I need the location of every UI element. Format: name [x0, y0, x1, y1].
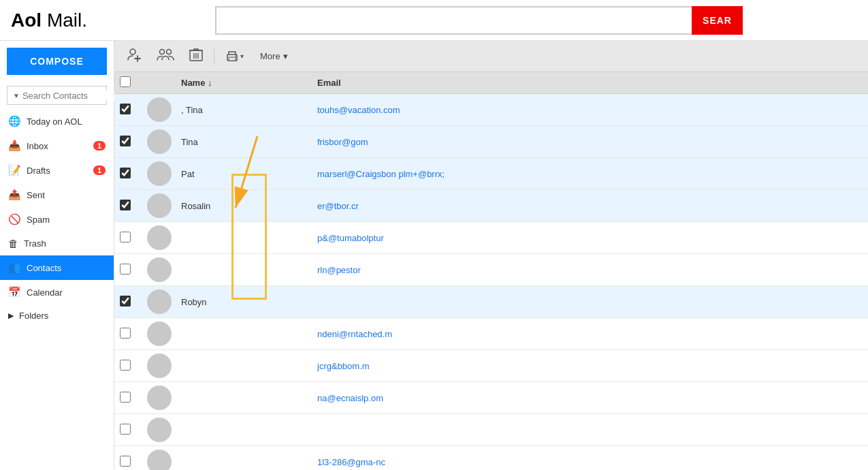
table-row: 1l3-286@gma-nc	[114, 446, 868, 470]
avatar	[147, 418, 172, 442]
row-avatar-cell	[147, 129, 181, 154]
sidebar-item-calendar[interactable]: 📅 Calendar	[0, 280, 114, 304]
row-checkbox[interactable]	[120, 232, 131, 242]
sidebar-item-today[interactable]: 🌐 Today on AOL	[0, 109, 114, 134]
row-check-cell	[120, 232, 147, 245]
row-email[interactable]: na@ecnaislp.om	[317, 393, 863, 403]
row-check-cell	[120, 168, 147, 181]
row-name: Rosalin	[181, 201, 317, 211]
row-name: Robyn	[181, 297, 317, 307]
row-checkbox[interactable]	[120, 456, 131, 467]
sidebar-item-folders[interactable]: ▶ Folders	[0, 304, 114, 327]
trash-icon: 🗑	[8, 238, 18, 249]
row-checkbox[interactable]	[120, 104, 131, 114]
row-avatar-cell	[147, 322, 181, 346]
row-email[interactable]: 1l3-286@gma-nc	[317, 457, 863, 467]
drafts-icon: 📝	[8, 164, 21, 176]
row-email[interactable]: frisbor@gom	[317, 137, 863, 147]
row-avatar-cell	[147, 450, 181, 470]
row-avatar-cell	[147, 225, 181, 250]
more-arrow-icon: ▾	[283, 51, 288, 61]
svg-rect-11	[229, 57, 236, 61]
sidebar-item-contacts[interactable]: 👥 Contacts	[0, 255, 114, 280]
row-check-cell	[120, 328, 147, 341]
add-contact-icon[interactable]	[123, 44, 146, 68]
sidebar-item-sent[interactable]: 📤 Sent	[0, 183, 114, 207]
svg-point-3	[160, 50, 165, 54]
folders-icon: ▶	[8, 311, 14, 320]
header: Aol Mail. SEAR	[0, 0, 868, 41]
global-search-input[interactable]	[215, 6, 692, 35]
row-name: Tina	[181, 137, 317, 147]
row-check-cell	[120, 104, 147, 116]
logo-aol: Aol	[11, 10, 42, 31]
avatar	[147, 386, 172, 410]
sidebar-label-trash: Trash	[24, 238, 46, 249]
sidebar-item-inbox[interactable]: 📥 Inbox 1	[0, 134, 114, 158]
print-icon[interactable]: ▾	[221, 47, 248, 66]
search-contacts-field[interactable]: ▼ 🔍	[7, 86, 107, 105]
avatar	[147, 129, 172, 154]
app-layout: COMPOSE ▼ 🔍 🌐 Today on AOL 📥 Inbox 1 📝 D…	[0, 41, 868, 470]
sidebar: COMPOSE ▼ 🔍 🌐 Today on AOL 📥 Inbox 1 📝 D…	[0, 41, 114, 470]
table-row: , Tinatouhs@vacation.com	[114, 94, 868, 126]
more-button[interactable]: More ▾	[255, 48, 293, 64]
avatar	[147, 97, 172, 122]
row-checkbox[interactable]	[120, 360, 131, 371]
add-group-icon[interactable]	[152, 44, 178, 68]
header-name-col[interactable]: Name ↓	[181, 78, 317, 88]
row-checkbox[interactable]	[120, 296, 131, 307]
sidebar-label-contacts: Contacts	[27, 263, 61, 273]
row-name: , Tina	[181, 105, 317, 115]
sidebar-label-today: Today on AOL	[27, 116, 82, 127]
sidebar-item-trash[interactable]: 🗑 Trash	[0, 232, 114, 255]
row-checkbox[interactable]	[120, 200, 131, 210]
row-checkbox[interactable]	[120, 264, 131, 275]
row-checkbox[interactable]	[120, 328, 131, 339]
main-content: ▾ More ▾ Name ↓ Email , Tinatouhs@vacati…	[114, 41, 868, 470]
table-row: Robyn	[114, 286, 868, 318]
row-email[interactable]: rln@pestor	[317, 265, 863, 275]
delete-icon[interactable]	[185, 44, 207, 68]
table-row: Rosaliner@tbor.cr	[114, 190, 868, 222]
row-avatar-cell	[147, 418, 181, 442]
toolbar: ▾ More ▾	[114, 41, 868, 72]
row-check-cell	[120, 392, 147, 405]
row-email[interactable]: p&@tumabolptur	[317, 233, 863, 243]
row-check-cell	[120, 136, 147, 148]
aol-logo: Aol Mail.	[11, 10, 87, 31]
select-all-checkbox[interactable]	[120, 76, 131, 87]
row-email[interactable]: touhs@vacation.com	[317, 105, 863, 115]
row-check-cell	[120, 360, 147, 373]
sidebar-label-sent: Sent	[27, 190, 45, 200]
name-sort-icon: ↓	[208, 78, 212, 88]
row-checkbox[interactable]	[120, 424, 131, 435]
row-avatar-cell	[147, 193, 181, 218]
row-checkbox[interactable]	[120, 168, 131, 178]
name-col-label: Name	[181, 78, 205, 88]
row-email[interactable]: ndeni@rntached.m	[317, 329, 863, 339]
avatar	[147, 257, 172, 282]
search-bar-container: SEAR	[101, 6, 857, 35]
row-email[interactable]: jcrg&bbom.m	[317, 361, 863, 371]
avatar	[147, 161, 172, 186]
drafts-badge: 1	[93, 166, 106, 175]
row-email[interactable]: er@tbor.cr	[317, 201, 863, 211]
compose-button[interactable]: COMPOSE	[7, 48, 107, 75]
row-check-cell	[120, 264, 147, 277]
row-avatar-cell	[147, 354, 181, 378]
dropdown-icon: ▼	[13, 92, 20, 99]
row-email[interactable]: marserl@Craigsbon plm+@brrx;	[317, 169, 863, 179]
sidebar-item-drafts[interactable]: 📝 Drafts 1	[0, 158, 114, 183]
sent-icon: 📤	[8, 189, 21, 201]
table-row: jcrg&bbom.m	[114, 350, 868, 382]
row-checkbox[interactable]	[120, 136, 131, 146]
row-checkbox[interactable]	[120, 392, 131, 403]
more-label: More	[260, 51, 280, 61]
row-avatar-cell	[147, 161, 181, 186]
inbox-icon: 📥	[8, 140, 21, 152]
sidebar-item-spam[interactable]: 🚫 Spam	[0, 207, 114, 232]
global-search-button[interactable]: SEAR	[692, 6, 743, 35]
sidebar-label-spam: Spam	[27, 215, 50, 225]
logo-mail: Mail.	[47, 10, 87, 31]
